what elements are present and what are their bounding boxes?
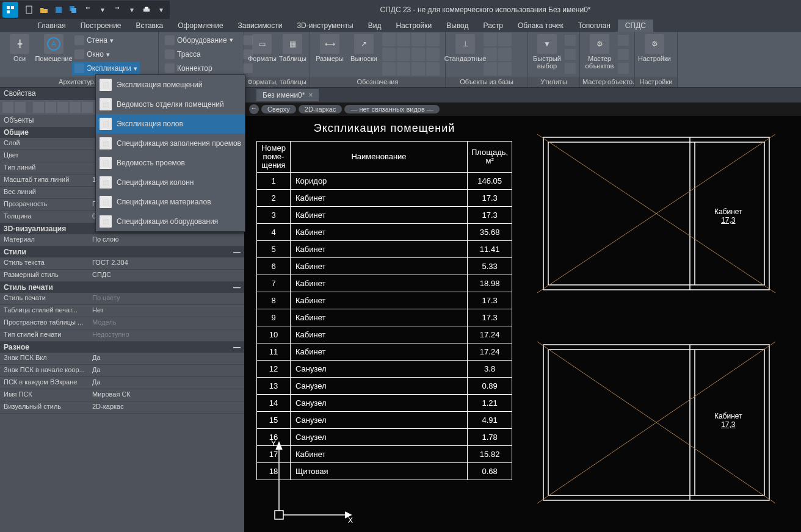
wiz-icon[interactable] bbox=[618, 49, 629, 60]
breadcrumb-item[interactable]: 2D-каркас bbox=[299, 105, 343, 113]
quick-select-button[interactable]: ▼Быстрый выбор bbox=[532, 33, 562, 76]
ribbon-tab[interactable]: Главная bbox=[31, 20, 73, 32]
save-icon[interactable] bbox=[53, 4, 65, 16]
prop-section-header[interactable]: Стиль печати— bbox=[0, 282, 244, 293]
connector-button[interactable]: Коннектор bbox=[162, 62, 236, 75]
util-icon[interactable] bbox=[565, 49, 576, 60]
prop-row[interactable]: Визуальный стиль2D-каркас bbox=[0, 401, 244, 414]
room-button[interactable]: AПомещение bbox=[38, 33, 70, 76]
object-wizard-button[interactable]: ⚙Мастер объектов bbox=[584, 33, 615, 76]
db-icon[interactable] bbox=[498, 48, 512, 61]
formats-button[interactable]: ▭Форматы bbox=[248, 33, 277, 76]
prop-row[interactable]: Знак ПСК в начале коор...Да bbox=[0, 365, 244, 377]
wiz-icon[interactable] bbox=[618, 63, 629, 74]
prop-value[interactable]: СПДС bbox=[89, 270, 244, 281]
ribbon-tab[interactable]: Оформление bbox=[170, 20, 230, 32]
qat-more-icon[interactable]: ▾ bbox=[155, 4, 167, 16]
ribbon-tab[interactable]: 3D-инструменты bbox=[289, 20, 360, 32]
saveall-icon[interactable] bbox=[67, 4, 79, 16]
ribbon-tab[interactable]: Растр bbox=[476, 20, 510, 32]
explication-button[interactable]: Экспликации ▾ bbox=[72, 62, 140, 75]
leaders-button[interactable]: ↗Выноски bbox=[348, 33, 380, 76]
prop-row[interactable]: Пространство таблицы ...Модель bbox=[0, 317, 244, 329]
standard-button[interactable]: ⊥Стандартные bbox=[449, 33, 481, 76]
prop-value[interactable]: ГОСТ 2.304 bbox=[89, 257, 244, 269]
dropdown-item[interactable]: ▤Ведомость отделки помещений bbox=[96, 95, 245, 114]
db-icon[interactable] bbox=[484, 33, 497, 46]
dropdown-item[interactable]: ▤Экспликация помещений bbox=[96, 75, 245, 95]
prop-row[interactable]: Стиль текстаГОСТ 2.304 bbox=[0, 257, 244, 270]
ribbon-tab[interactable]: Топоплан bbox=[571, 20, 618, 32]
util-icon[interactable] bbox=[565, 35, 576, 46]
wiz-icon[interactable] bbox=[618, 35, 629, 46]
prop-row[interactable]: Знак ПСК ВклДа bbox=[0, 353, 244, 365]
print-icon[interactable] bbox=[140, 4, 153, 16]
document-tab[interactable]: Без имени0*× bbox=[256, 89, 319, 101]
prop-tool-icon[interactable] bbox=[70, 102, 81, 113]
dropdown-item[interactable]: ▤Ведомость проемов bbox=[96, 153, 245, 173]
window-button[interactable]: Окно ▾ bbox=[72, 48, 140, 61]
ribbon-tab[interactable]: Вставка bbox=[129, 20, 171, 32]
dropdown-item[interactable]: ▤Спецификация оборудования bbox=[96, 212, 245, 231]
ribbon-tab[interactable]: Настройки bbox=[388, 20, 439, 32]
settings-button[interactable]: ⚙Настройки bbox=[639, 33, 670, 76]
open-icon[interactable] bbox=[38, 4, 50, 16]
prop-value[interactable]: Недоступно bbox=[89, 329, 244, 341]
prop-tool-icon[interactable] bbox=[45, 102, 56, 113]
dropdown-item[interactable]: ▤Спецификация материалов bbox=[96, 192, 245, 212]
breadcrumb-item[interactable]: ← bbox=[249, 104, 259, 114]
ribbon-tab[interactable]: Облака точек bbox=[510, 20, 571, 32]
prop-value[interactable]: Мировая СК bbox=[89, 389, 244, 401]
prop-row[interactable]: Стиль печатиПо цвету bbox=[0, 293, 244, 305]
ribbon-tab[interactable]: Вывод bbox=[439, 20, 476, 32]
db-icon[interactable] bbox=[484, 62, 497, 76]
route-button[interactable]: Трасса bbox=[162, 48, 236, 61]
breadcrumb-item[interactable]: — нет связанных видов — bbox=[344, 105, 439, 113]
notation-icon[interactable] bbox=[382, 33, 396, 46]
equipment-button[interactable]: Оборудование ▾ bbox=[162, 34, 236, 47]
prop-row[interactable]: Имя ПСКМировая СК bbox=[0, 389, 244, 401]
app-logo[interactable] bbox=[2, 2, 18, 18]
notation-icon[interactable] bbox=[397, 33, 410, 46]
undo-dropdown-icon[interactable]: ▾ bbox=[96, 4, 109, 16]
notation-icon[interactable] bbox=[411, 48, 425, 61]
notation-icon[interactable] bbox=[411, 33, 425, 46]
new-icon[interactable] bbox=[23, 4, 35, 16]
prop-value[interactable]: Да bbox=[89, 365, 244, 376]
prop-tool-icon[interactable] bbox=[57, 102, 68, 113]
dropdown-item[interactable]: ▤Экспликация полов bbox=[96, 114, 245, 134]
prop-value[interactable]: 2D-каркас bbox=[89, 401, 244, 413]
dropdown-item[interactable]: ▤Спецификация колонн bbox=[96, 173, 245, 192]
notation-icon[interactable] bbox=[426, 62, 440, 76]
ribbon-tab[interactable]: Вид bbox=[361, 20, 389, 32]
db-icon[interactable] bbox=[498, 33, 512, 46]
prop-value[interactable]: По цвету bbox=[89, 293, 244, 304]
prop-value[interactable]: Да bbox=[89, 377, 244, 389]
prop-tool-icon[interactable] bbox=[15, 102, 26, 113]
prop-value[interactable]: Да bbox=[89, 353, 244, 364]
prop-row[interactable]: Тип стилей печатиНедоступно bbox=[0, 329, 244, 342]
wall-button[interactable]: Стена ▾ bbox=[72, 34, 140, 47]
notation-icon[interactable] bbox=[382, 62, 396, 76]
prop-value[interactable]: Модель bbox=[89, 317, 244, 329]
prop-row[interactable]: МатериалПо слою bbox=[0, 234, 244, 246]
model-space[interactable]: Экспликация помещений Номер поме- щения … bbox=[244, 116, 801, 532]
prop-value[interactable]: По слою bbox=[89, 234, 244, 246]
collapse-icon[interactable]: — bbox=[233, 283, 241, 292]
prop-row[interactable]: Размерный стильСПДС bbox=[0, 270, 244, 282]
ribbon-tab[interactable]: Зависимости bbox=[231, 20, 290, 32]
axes-button[interactable]: ╋Оси bbox=[4, 33, 35, 76]
notation-icon[interactable] bbox=[411, 62, 425, 76]
redo-icon[interactable] bbox=[111, 4, 123, 16]
db-icon[interactable] bbox=[498, 62, 512, 76]
notation-icon[interactable] bbox=[426, 48, 440, 61]
notation-icon[interactable] bbox=[426, 33, 440, 46]
prop-tool-icon[interactable] bbox=[2, 102, 13, 113]
ribbon-tab[interactable]: СПДС bbox=[618, 20, 653, 32]
prop-row[interactable]: Таблица стилей печат...Нет bbox=[0, 305, 244, 317]
prop-row[interactable]: ПСК в каждом ВЭкранеДа bbox=[0, 377, 244, 389]
dimensions-button[interactable]: ⟷Размеры bbox=[314, 33, 346, 76]
collapse-icon[interactable]: — bbox=[233, 248, 241, 256]
ribbon-tab[interactable]: Построение bbox=[73, 20, 129, 32]
dropdown-item[interactable]: ▤Спецификация заполнения проемов bbox=[96, 134, 245, 153]
